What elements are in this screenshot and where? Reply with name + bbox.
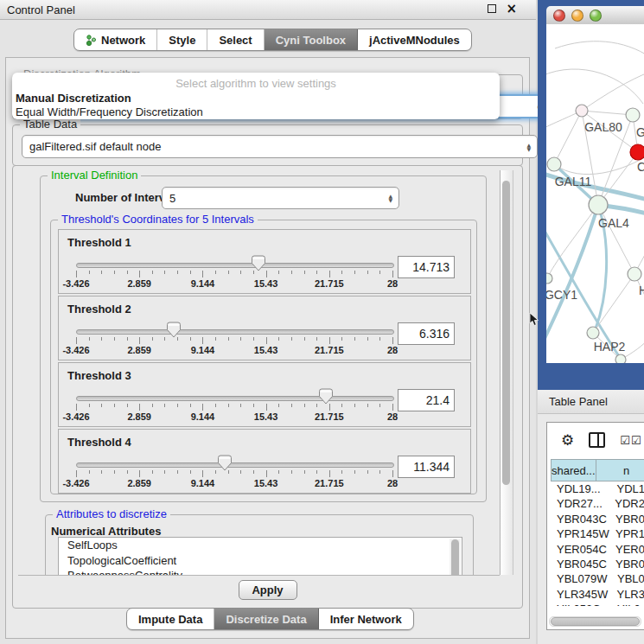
selected-red-node[interactable]: [630, 144, 644, 160]
table-row[interactable]: YIL052CYIL0: [551, 602, 644, 606]
tick-mark: [354, 337, 355, 341]
gear-icon[interactable]: ⚙: [561, 431, 574, 449]
tab-network[interactable]: Network: [74, 29, 157, 50]
table-cell[interactable]: YBR045C: [551, 557, 609, 571]
table-cell[interactable]: YBR0: [609, 512, 644, 526]
slider-track[interactable]: [76, 396, 394, 401]
combo-arrows-icon[interactable]: ▲▼: [526, 143, 531, 151]
table-cell[interactable]: YBL0: [611, 571, 644, 586]
threshold-value-field[interactable]: 11.344: [398, 456, 455, 478]
table-cell[interactable]: YLR3: [610, 587, 644, 602]
table-cell[interactable]: YIL052C: [551, 602, 611, 606]
slider-thumb[interactable]: [319, 388, 333, 405]
HAP2-node[interactable]: [587, 327, 599, 339]
network-edge[interactable]: [582, 111, 633, 115]
scrollbar-thumb[interactable]: [451, 539, 459, 576]
table-row[interactable]: YBR043CYBR0: [551, 512, 644, 526]
right-node[interactable]: [628, 267, 641, 281]
table-row[interactable]: YBR045CYBR0: [551, 557, 644, 571]
network-edge[interactable]: [554, 154, 644, 175]
network-edge[interactable]: [546, 205, 598, 346]
tab-jactivemnodules[interactable]: jActiveMNodules: [358, 29, 471, 50]
threshold-value-field[interactable]: 6.316: [398, 322, 455, 345]
tick-mark: [266, 271, 267, 277]
slider-track[interactable]: [76, 462, 394, 468]
apply-button[interactable]: Apply: [239, 580, 297, 600]
threshold-value-field[interactable]: 14.713: [398, 256, 455, 278]
combo-arrows-icon[interactable]: ▲▼: [388, 194, 392, 202]
table-row[interactable]: YPR145WYPR1: [551, 526, 644, 541]
table-row[interactable]: YER054CYER0: [551, 542, 644, 557]
network-edge[interactable]: [555, 41, 644, 57]
table-cell[interactable]: YER054C: [551, 542, 609, 557]
table-cell[interactable]: YBR043C: [551, 512, 609, 526]
GCY1-node[interactable]: [546, 273, 552, 284]
tab-impute-data[interactable]: Impute Data: [127, 609, 214, 629]
tab-style[interactable]: Style: [157, 29, 207, 50]
table-row[interactable]: YLR345WYLR3: [551, 587, 644, 602]
table-cell[interactable]: YBR0: [609, 557, 644, 571]
tab-infer-network[interactable]: Infer Network: [319, 609, 413, 629]
attributes-list-scrollbar[interactable]: [450, 539, 461, 576]
bottom-node[interactable]: [615, 354, 626, 363]
top-right-node[interactable]: [626, 108, 640, 122]
network-edge[interactable]: [554, 111, 582, 164]
table-cell[interactable]: YLR345W: [551, 587, 610, 602]
table-cell[interactable]: YDL19...: [551, 481, 610, 496]
network-edge[interactable]: [598, 205, 634, 274]
close-icon[interactable]: ×: [506, 3, 517, 14]
scrollbar-thumb[interactable]: [502, 181, 510, 485]
table-row[interactable]: YDR27...YDR2: [551, 496, 644, 511]
slider-track[interactable]: [76, 329, 394, 335]
network-window-titlebar[interactable]: [546, 6, 644, 25]
scrollbar-thumb[interactable]: [551, 617, 640, 626]
attribute-item[interactable]: SelfLoops: [59, 538, 462, 553]
table-cell[interactable]: YPR145W: [551, 526, 609, 541]
threshold-value-field[interactable]: 21.4: [398, 389, 455, 411]
column-header[interactable]: n: [596, 459, 644, 481]
network-edge[interactable]: [593, 274, 634, 333]
tab-select[interactable]: Select: [207, 29, 264, 50]
algorithm-option[interactable]: Manual Discretization: [12, 92, 500, 105]
table-cell[interactable]: YDL1: [610, 481, 644, 496]
GAL80-node[interactable]: [576, 105, 588, 117]
network-canvas[interactable]: GAL80GACGAL11GAL4GCY1HHAP2: [546, 24, 644, 363]
columns-icon[interactable]: [589, 432, 605, 448]
algorithm-option[interactable]: Equal Width/Frequency Discretization: [12, 105, 500, 119]
slider-track[interactable]: [76, 263, 394, 268]
float-window-icon[interactable]: [488, 4, 496, 13]
GAL11-node[interactable]: [547, 157, 561, 171]
attribute-item[interactable]: BetweennessCentrality: [59, 568, 462, 576]
table-row[interactable]: YDL19...YDL1: [551, 481, 644, 496]
mac-close-button[interactable]: [553, 10, 565, 22]
numerical-attributes-list[interactable]: SelfLoopsTopologicalCoefficientBetweenne…: [58, 537, 462, 576]
column-header[interactable]: shared...: [551, 459, 596, 481]
table-header: shared...n: [551, 459, 644, 481]
mac-zoom-button[interactable]: [590, 10, 602, 22]
table-cell[interactable]: YIL0: [611, 602, 641, 606]
table-cell[interactable]: YPR1: [609, 526, 644, 541]
slider-thumb[interactable]: [252, 255, 265, 271]
GAL4-node[interactable]: [589, 195, 608, 214]
table-row[interactable]: YBL079WYBL0: [551, 571, 644, 586]
slider-thumb[interactable]: [167, 322, 181, 338]
network-edge[interactable]: [582, 72, 644, 111]
table-horizontal-scrollbar[interactable]: [549, 616, 641, 627]
tab-discretize-data[interactable]: Discretize Data: [214, 609, 318, 629]
attribute-item[interactable]: TopologicalCoefficient: [59, 553, 462, 569]
settings-scrollbar[interactable]: [500, 170, 513, 575]
tick-label: 9.144: [191, 278, 215, 289]
number-of-intervals-combobox[interactable]: 5 ▲▼: [162, 187, 399, 209]
table-cell[interactable]: YER0: [609, 542, 644, 557]
select-all-checkbox-icon[interactable]: ☑☑: [620, 434, 641, 447]
network-edge[interactable]: [547, 205, 598, 278]
slider-thumb[interactable]: [218, 455, 232, 471]
table-cell[interactable]: YDR2: [609, 496, 644, 511]
tick-mark: [379, 470, 380, 474]
table-cell[interactable]: YDR27...: [551, 496, 609, 511]
network-edge[interactable]: [546, 69, 643, 104]
table-data-combobox[interactable]: galFiltered.sif default node ▲▼: [22, 135, 538, 158]
tab-cyni-toolbox[interactable]: Cyni Toolbox: [265, 29, 358, 50]
table-cell[interactable]: YBL079W: [551, 571, 611, 586]
mac-minimize-button[interactable]: [571, 10, 583, 22]
